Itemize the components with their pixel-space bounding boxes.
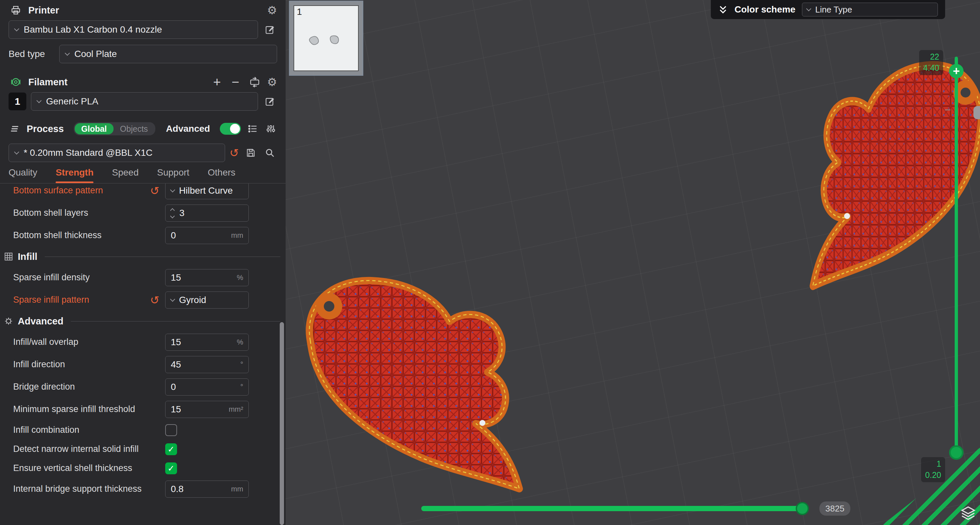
filament-header: Filament + − ⚙ (0, 72, 286, 92)
spinner-arrows[interactable] (171, 209, 174, 218)
infill-direction-input[interactable]: 45 ° (165, 356, 249, 373)
tab-support[interactable]: Support (157, 167, 189, 183)
printer-settings-gear-icon[interactable]: ⚙ (267, 5, 277, 16)
select-value: Gyroid (179, 295, 206, 305)
process-tabs: Quality Strength Speed Support Others (0, 162, 286, 184)
layers-view-icon[interactable] (960, 505, 976, 522)
tab-others[interactable]: Others (208, 167, 235, 183)
section-advanced: Advanced (0, 311, 286, 331)
advanced-toggle[interactable] (220, 123, 241, 135)
layer-slider-handle[interactable] (949, 445, 964, 460)
process-scope-segmented: Global Objects (74, 122, 156, 136)
plate-number: 1 (297, 6, 302, 17)
preset-reset-icon[interactable]: ↺ (230, 147, 239, 158)
add-filament-button[interactable]: + (211, 75, 224, 89)
printer-header: Printer ⚙ (0, 0, 286, 21)
infill-grid-icon (4, 252, 13, 261)
input-value: 3 (179, 208, 185, 219)
tab-speed[interactable]: Speed (112, 167, 138, 183)
setting-label: Bottom shell layers (13, 207, 150, 219)
setting-label: Bottom surface pattern (13, 185, 150, 196)
bottom-shell-layers-spinner[interactable]: 3 (165, 204, 249, 222)
plate-thumbnail[interactable]: 1 (289, 1, 363, 76)
process-preset-row: * 0.20mm Standard @BBL X1C ↺ (0, 144, 286, 162)
model-left-heart-piece[interactable] (309, 281, 519, 489)
unit-label: mm (231, 231, 243, 240)
minimum-sparse-infill-threshold-input[interactable]: 15 mm² (165, 401, 249, 418)
color-scheme-label: Color scheme (735, 4, 795, 15)
section-infill: Infill (0, 247, 286, 266)
tab-quality[interactable]: Quality (8, 167, 37, 183)
bed-type-row: Bed type Cool Plate (0, 45, 286, 63)
setting-label: Sparse infill density (13, 272, 150, 283)
printer-preset-select[interactable]: Bambu Lab X1 Carbon 0.4 nozzle (8, 21, 258, 39)
section-title: Advanced (18, 316, 64, 327)
search-icon[interactable] (262, 145, 277, 160)
bed-type-select[interactable]: Cool Plate (59, 45, 277, 63)
ensure-vertical-shell-thickness-checkbox[interactable]: ✓ (165, 463, 177, 474)
infill-wall-overlap-input[interactable]: 15 % (165, 334, 249, 351)
check-icon: ✓ (167, 444, 175, 455)
double-chevron-down-icon[interactable] (718, 5, 728, 14)
tab-strength[interactable]: Strength (56, 167, 94, 183)
reset-value-icon[interactable]: ↺ (150, 185, 160, 196)
setting-row-bottom-surface-pattern: Bottom surface pattern ↺ Hilbert Curve (0, 184, 286, 202)
filament-edit-icon[interactable] (262, 94, 277, 109)
sparse-infill-density-input[interactable]: 15 % (165, 269, 249, 286)
layer-slider-track[interactable] (955, 57, 958, 453)
process-layers-icon (8, 121, 21, 136)
input-value: 0 (171, 230, 176, 241)
internal-bridge-support-thickness-input[interactable]: 0.8 mm (165, 480, 249, 498)
bed-type-value: Cool Plate (74, 49, 117, 59)
reset-value-icon[interactable]: ↺ (150, 294, 160, 306)
setting-label: Detect narrow internal solid infill (13, 443, 150, 455)
process-title: Process (27, 123, 64, 134)
scope-global-button[interactable]: Global (75, 123, 113, 134)
setting-row-sparse-infill-pattern: Sparse infill pattern ↺ Gyroid (0, 289, 286, 311)
bottom-shell-thickness-input[interactable]: 0 mm (165, 227, 249, 244)
plate-mini-models (306, 32, 346, 50)
unit-label: % (237, 273, 243, 282)
infill-combination-checkbox[interactable] (165, 424, 177, 436)
remove-filament-button[interactable]: − (229, 75, 242, 89)
filament-preset-value: Generic PLA (46, 96, 99, 107)
line-type-select[interactable]: Line Type (802, 3, 938, 16)
chevron-down-icon (65, 50, 70, 56)
printer-edit-icon[interactable] (262, 22, 277, 37)
layer-slider-plus-button[interactable]: + (949, 64, 964, 78)
setting-label: Internal bridge support thickness (13, 483, 150, 495)
ams-sync-icon[interactable] (247, 75, 262, 89)
process-preset-select[interactable]: * 0.20mm Standard @BBL X1C (8, 144, 225, 162)
settings-scrollbar[interactable] (280, 322, 284, 525)
bottom-layer-number: 1 (925, 458, 941, 470)
object-settings-icon[interactable] (264, 121, 277, 136)
bed-type-label: Bed type (8, 49, 55, 59)
filament-settings-gear-icon[interactable]: ⚙ (267, 77, 277, 88)
bottom-surface-pattern-select[interactable]: Hilbert Curve (165, 184, 249, 199)
section-title: Infill (18, 251, 38, 262)
parameter-list-icon[interactable] (246, 121, 259, 136)
move-slider-handle[interactable] (796, 502, 809, 515)
input-value: 45 (171, 359, 181, 370)
slider-drag-pill[interactable] (974, 106, 980, 119)
filament-index-badge[interactable]: 1 (8, 93, 26, 110)
filament-preset-select[interactable]: Generic PLA (31, 92, 258, 111)
setting-row-bottom-shell-thickness: Bottom shell thickness 0 mm (0, 224, 286, 247)
chevron-down-icon (170, 187, 175, 193)
setting-label: Sparse infill pattern (13, 294, 150, 306)
setting-row-bottom-shell-layers: Bottom shell layers 3 (0, 202, 286, 224)
scope-objects-button[interactable]: Objects (113, 123, 155, 134)
preview-viewport[interactable]: 1 Color scheme Line Type 22 4.40 + (286, 0, 980, 525)
detect-narrow-internal-solid-infill-checkbox[interactable]: ✓ (165, 443, 177, 455)
left-panel: Printer ⚙ Bambu Lab X1 Carbon 0.4 nozzle… (0, 0, 286, 525)
save-preset-icon[interactable] (243, 145, 258, 160)
setting-row-minimum-sparse-infill-threshold: Minimum sparse infill threshold 15 mm² (0, 398, 286, 421)
bridge-direction-input[interactable]: 0 ° (165, 378, 249, 396)
printer-title: Printer (28, 5, 59, 16)
layer-range-tick: − (945, 104, 951, 116)
chevron-down-icon (806, 6, 811, 11)
move-slider-track[interactable]: 3825 (421, 506, 806, 511)
setting-label: Infill direction (13, 359, 150, 370)
sparse-infill-pattern-select[interactable]: Gyroid (165, 292, 249, 309)
top-layer-height: 4.40 (923, 62, 939, 74)
